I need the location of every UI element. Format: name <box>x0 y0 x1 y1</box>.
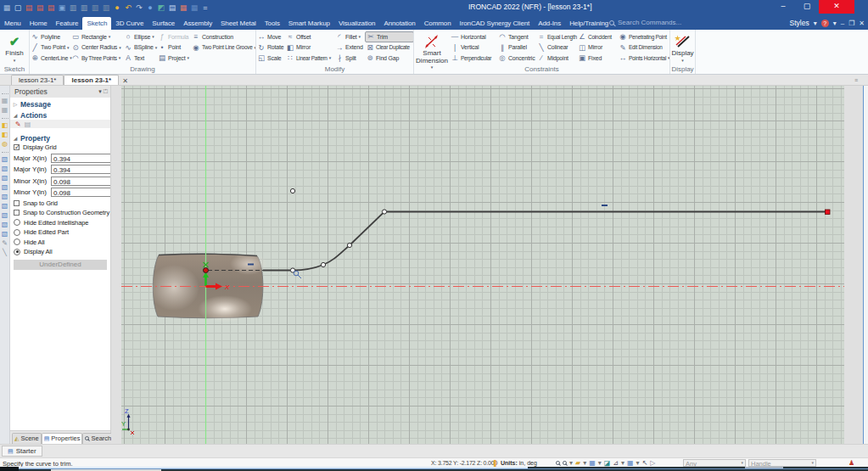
toolbar-cube-yellow-icon[interactable]: ◧ <box>2 121 8 131</box>
ribbon-tab-smart-markup[interactable]: Smart Markup <box>284 17 334 30</box>
apply-action-icon[interactable]: ✎ <box>15 121 21 128</box>
toolbar-cube-blue-icon[interactable]: ▧ <box>2 202 8 211</box>
ribbon-btn-by-three-points[interactable]: ◠By Three Points▾ <box>70 53 123 64</box>
expander-icon[interactable]: ◢ <box>10 112 20 118</box>
folder-icon[interactable]: ▰ <box>575 459 580 467</box>
ribbon-tab-sketch[interactable]: Sketch <box>82 17 111 30</box>
open-icon[interactable]: ▤ <box>25 3 33 12</box>
ribbon-tab-common[interactable]: Common <box>420 17 456 30</box>
panel-tab-properties[interactable]: ▤Properties <box>42 433 83 444</box>
command-search[interactable]: Search Commands... <box>609 19 681 26</box>
ribbon-tab-home[interactable]: Home <box>25 17 52 30</box>
ribbon-btn-mirror[interactable]: ◫Mirror <box>577 42 618 53</box>
toolbar-cube-blue-icon[interactable]: ▧ <box>2 211 8 221</box>
panel-header-icons[interactable]: ▾ ⏍ <box>98 88 108 95</box>
filter-handle-combo[interactable]: Handle▾ <box>748 459 816 467</box>
chat-icon[interactable]: ▦ <box>179 3 188 12</box>
qat-more-icon[interactable]: = <box>201 3 210 12</box>
constraint-minus-1[interactable] <box>248 264 254 266</box>
field-input-major-y-in[interactable]: 0.394 <box>51 165 110 174</box>
filter-any-combo[interactable]: Any▾ <box>683 459 746 467</box>
ribbon-tab-tools[interactable]: Tools <box>260 17 284 30</box>
doc-restore-icon[interactable]: ❐ <box>848 20 854 27</box>
dropdown-icon[interactable]: ▾ <box>569 459 573 467</box>
cube-icon[interactable]: ▦ <box>589 459 596 467</box>
ribbon-btn-center-radius[interactable]: ⊙Center Radius▾ <box>70 42 123 53</box>
styles-button[interactable]: Styles <box>789 19 809 27</box>
document-tab-1[interactable]: lesson 23-1* <box>11 75 64 85</box>
dropdown-icon[interactable]: ▾ <box>583 459 586 467</box>
sphere-icon[interactable]: ● <box>146 3 154 12</box>
panel-section-property[interactable]: ◢Property <box>10 133 110 143</box>
cube-icon[interactable]: ▦ <box>627 459 634 467</box>
toolbar-cube-gray-icon[interactable]: ▦ <box>2 106 8 115</box>
display-grid-checkbox[interactable] <box>14 144 20 150</box>
cancel-action-icon[interactable]: ▤ <box>25 121 31 128</box>
ribbon-tab-menu[interactable]: Menu <box>0 17 25 30</box>
checkbox-snap-to-construction-geometry[interactable] <box>14 210 20 216</box>
toolbar-cube-blue-icon[interactable]: ▧ <box>2 155 8 165</box>
ribbon-btn-smart-dimension[interactable]: Smart Dimension▾ <box>414 31 450 70</box>
styles-dropdown-icon[interactable]: ▾ <box>814 20 817 27</box>
display-grid-row[interactable]: Display Grid <box>10 143 110 153</box>
ribbon-btn-linear-pattern[interactable]: ∷Linear Pattern▾ <box>285 53 334 64</box>
viewport[interactable]: X Z Y <box>121 86 844 444</box>
ribbon-tab-feature[interactable]: Feature <box>52 17 83 30</box>
app-icon[interactable]: ▦ <box>3 3 11 12</box>
doc-icon[interactable]: ▣ <box>58 3 66 12</box>
help-icon[interactable]: ? <box>821 20 829 27</box>
zoom-icon[interactable] <box>556 459 560 467</box>
ribbon-btn-fillet[interactable]: ◜Fillet▾ <box>334 31 365 42</box>
copy-icon[interactable]: ▥ <box>69 3 77 12</box>
field-input-minor-y-in[interactable]: 0.098 <box>51 188 110 197</box>
radio-display-all[interactable] <box>14 249 20 255</box>
constraint-glyph[interactable] <box>294 271 301 278</box>
panel-section-message[interactable]: ▷Message <box>10 99 110 109</box>
curve-endpoint[interactable] <box>826 210 831 215</box>
toolbar-cube-blue-icon[interactable]: ▧ <box>2 230 8 239</box>
radio-row-display-all[interactable]: Display All <box>10 247 110 257</box>
ribbon-btn-point[interactable]: •Point <box>157 42 191 53</box>
print-icon[interactable]: ▥ <box>91 3 99 12</box>
undo-icon[interactable]: ↶ <box>124 3 132 12</box>
radio-hide-edited-intellishape[interactable] <box>14 219 20 226</box>
panel-icon[interactable]: ▤ <box>168 3 176 12</box>
panel-splitter[interactable] <box>111 86 121 444</box>
status-person-icon[interactable]: ♟ <box>848 459 854 467</box>
ribbon-btn-two-point-line-groove[interactable]: ◉Two Point Line Groove▾ <box>191 42 256 53</box>
checkbox-row-snap-to-construction-geometry[interactable]: Snap to Construction Geometry <box>10 208 110 218</box>
bear-icon[interactable]: ● <box>113 3 121 12</box>
underdefined-button[interactable]: UnderDefined <box>14 260 107 270</box>
table-icon[interactable]: ▦ <box>190 3 199 12</box>
ribbon-btn-trim[interactable]: ✂Trim <box>365 31 414 42</box>
new-scene-icon[interactable]: ▢ <box>14 3 22 12</box>
field-input-minor-x-in[interactable]: 0.098 <box>51 177 110 186</box>
toolbar-cube-blue-icon[interactable]: ▧ <box>2 174 8 183</box>
cursor-icon[interactable]: ↖ <box>642 459 648 467</box>
ribbon-btn-project[interactable]: ▤Project▾ <box>157 53 191 64</box>
ribbon-tab-add-ins[interactable]: Add-Ins <box>534 17 565 30</box>
ribbon-btn-tangent[interactable]: ◠Tangent <box>497 31 536 42</box>
radio-row-hide-all[interactable]: Hide All <box>10 238 110 248</box>
ribbon-btn-coincident[interactable]: ∠Coincident <box>577 31 618 42</box>
wedge-icon[interactable]: ◪ <box>604 459 611 467</box>
radio-row-hide-edited-part[interactable]: Hide Edited Part <box>10 227 110 238</box>
panel-tab-search[interactable]: Search <box>82 433 114 444</box>
redo-icon[interactable]: ↷ <box>135 3 143 12</box>
ribbon-tab-ironcad-synergy-client[interactable]: IronCAD Synergy Client <box>456 17 535 30</box>
ribbon-btn-rotate[interactable]: ↻Rotate <box>256 42 285 53</box>
radio-hide-all[interactable] <box>14 238 20 245</box>
doc-minimize-icon[interactable]: – <box>841 20 844 27</box>
dropdown-icon[interactable]: ▾ <box>598 459 602 467</box>
toolbar-cube-blue-icon[interactable]: ▧ <box>2 183 8 193</box>
ribbon-btn-centerline[interactable]: ⊕CenterLine▾ <box>30 53 70 64</box>
save-icon[interactable]: ▤ <box>36 3 44 12</box>
ribbon-btn-offset[interactable]: ≈Offset <box>285 31 334 42</box>
toolbar-cube-gray-icon[interactable]: ▦ <box>2 97 8 106</box>
ribbon-btn-perpendicular[interactable]: ⊥Perpendicular <box>450 53 497 64</box>
render-icon[interactable]: ◩ <box>157 3 165 12</box>
ribbon-btn-clear-duplicate[interactable]: ⊠Clear Duplicate <box>365 42 414 53</box>
ribbon-collapse-icon[interactable]: ▾ <box>833 20 837 27</box>
constraint-minus-2[interactable] <box>602 205 608 206</box>
panel-tab-scene[interactable]: ◭Scene <box>12 433 42 444</box>
